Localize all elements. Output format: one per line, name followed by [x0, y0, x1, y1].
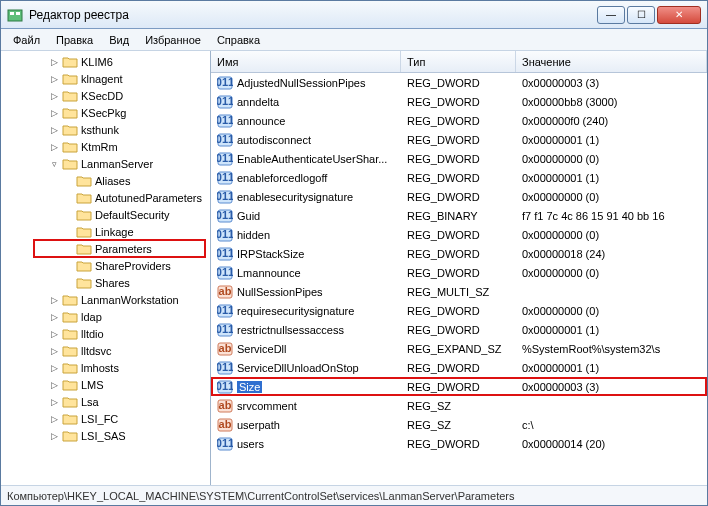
tree-item[interactable]: Aliases	[1, 172, 210, 189]
tree-item[interactable]: ▷KtmRm	[1, 138, 210, 155]
value-row[interactable]: GuidREG_BINARYf7 f1 7c 4c 86 15 91 40 bb…	[211, 206, 707, 225]
cell-name: enableforcedlogoff	[211, 170, 401, 186]
column-name[interactable]: Имя	[211, 51, 401, 72]
tree-item[interactable]: ▷KSecDD	[1, 87, 210, 104]
menu-item[interactable]: Файл	[5, 29, 48, 50]
maximize-button[interactable]: ☐	[627, 6, 655, 24]
toggle-placeholder	[63, 243, 74, 254]
expand-icon[interactable]: ▷	[49, 107, 60, 118]
expand-icon[interactable]: ▷	[49, 328, 60, 339]
value-name: ServiceDllUnloadOnStop	[237, 362, 359, 374]
value-row[interactable]: enablesecuritysignatureREG_DWORD0x000000…	[211, 187, 707, 206]
expand-icon[interactable]: ▷	[49, 362, 60, 373]
menu-item[interactable]: Вид	[101, 29, 137, 50]
value-row[interactable]: enableforcedlogoffREG_DWORD0x00000001 (1…	[211, 168, 707, 187]
cell-name: announce	[211, 113, 401, 129]
value-row[interactable]: AdjustedNullSessionPipesREG_DWORD0x00000…	[211, 73, 707, 92]
value-row[interactable]: announceREG_DWORD0x000000f0 (240)	[211, 111, 707, 130]
tree-item[interactable]: ShareProviders	[1, 257, 210, 274]
tree-item[interactable]: ▷klnagent	[1, 70, 210, 87]
expand-icon[interactable]: ▷	[49, 141, 60, 152]
tree-item[interactable]: ▷lmhosts	[1, 359, 210, 376]
tree-item[interactable]: ▷lltdio	[1, 325, 210, 342]
value-row[interactable]: hiddenREG_DWORD0x00000000 (0)	[211, 225, 707, 244]
tree-item[interactable]: AutotunedParameters	[1, 189, 210, 206]
cell-type: REG_DWORD	[401, 229, 516, 241]
cell-data: 0x00000000 (0)	[516, 229, 707, 241]
folder-icon	[76, 191, 92, 204]
tree-item[interactable]: ▷KLIM6	[1, 53, 210, 70]
value-row[interactable]: NullSessionPipesREG_MULTI_SZ	[211, 282, 707, 301]
tree-item-label: DefaultSecurity	[95, 209, 170, 221]
value-row[interactable]: LmannounceREG_DWORD0x00000000 (0)	[211, 263, 707, 282]
tree-panel[interactable]: ▷KLIM6▷klnagent▷KSecDD▷KSecPkg▷ksthunk▷K…	[1, 51, 211, 485]
folder-icon	[62, 361, 78, 374]
cell-name: enablesecuritysignature	[211, 189, 401, 205]
folder-icon	[62, 157, 78, 170]
column-type[interactable]: Тип	[401, 51, 516, 72]
list-body[interactable]: AdjustedNullSessionPipesREG_DWORD0x00000…	[211, 73, 707, 485]
tree-item[interactable]: Linkage	[1, 223, 210, 240]
value-row[interactable]: ServiceDllREG_EXPAND_SZ%SystemRoot%\syst…	[211, 339, 707, 358]
value-row[interactable]: requiresecuritysignatureREG_DWORD0x00000…	[211, 301, 707, 320]
expand-icon[interactable]: ▷	[49, 311, 60, 322]
tree-item-label: ldap	[81, 311, 102, 323]
menu-item[interactable]: Правка	[48, 29, 101, 50]
tree-item[interactable]: ▷Lsa	[1, 393, 210, 410]
tree-item[interactable]: Parameters	[1, 240, 210, 257]
expand-icon[interactable]: ▷	[49, 90, 60, 101]
tree-item[interactable]: ▷LSI_SAS	[1, 427, 210, 444]
folder-icon	[62, 429, 78, 442]
tree-item[interactable]: ▷ksthunk	[1, 121, 210, 138]
window-title: Редактор реестра	[29, 8, 597, 22]
value-row[interactable]: EnableAuthenticateUserShar...REG_DWORD0x…	[211, 149, 707, 168]
dword-value-icon	[217, 379, 233, 395]
folder-icon	[62, 293, 78, 306]
list-panel: Имя Тип Значение AdjustedNullSessionPipe…	[211, 51, 707, 485]
close-button[interactable]: ✕	[657, 6, 701, 24]
minimize-button[interactable]: —	[597, 6, 625, 24]
tree-item[interactable]: ▷LMS	[1, 376, 210, 393]
tree-item[interactable]: ▷ldap	[1, 308, 210, 325]
expand-icon[interactable]: ▷	[49, 396, 60, 407]
expand-icon[interactable]: ▷	[49, 294, 60, 305]
value-name: announce	[237, 115, 285, 127]
toggle-placeholder	[63, 226, 74, 237]
collapse-icon[interactable]: ▿	[49, 158, 60, 169]
value-row[interactable]: srvcommentREG_SZ	[211, 396, 707, 415]
app-icon	[7, 7, 23, 23]
tree-item[interactable]: ▷lltdsvc	[1, 342, 210, 359]
menu-item[interactable]: Избранное	[137, 29, 209, 50]
tree-item-label: lltdsvc	[81, 345, 112, 357]
value-row[interactable]: SizeREG_DWORD0x00000003 (3)	[211, 377, 707, 396]
expand-icon[interactable]: ▷	[49, 124, 60, 135]
tree-item[interactable]: Shares	[1, 274, 210, 291]
value-row[interactable]: anndeltaREG_DWORD0x00000bb8 (3000)	[211, 92, 707, 111]
value-row[interactable]: ServiceDllUnloadOnStopREG_DWORD0x0000000…	[211, 358, 707, 377]
tree-item[interactable]: DefaultSecurity	[1, 206, 210, 223]
menu-item[interactable]: Справка	[209, 29, 268, 50]
dword-value-icon	[217, 113, 233, 129]
dword-value-icon	[217, 436, 233, 452]
cell-name: users	[211, 436, 401, 452]
expand-icon[interactable]: ▷	[49, 379, 60, 390]
expand-icon[interactable]: ▷	[49, 73, 60, 84]
value-row[interactable]: autodisconnectREG_DWORD0x00000001 (1)	[211, 130, 707, 149]
cell-type: REG_DWORD	[401, 153, 516, 165]
tree-item[interactable]: ▷LSI_FC	[1, 410, 210, 427]
tree-item[interactable]: ▷KSecPkg	[1, 104, 210, 121]
tree-item[interactable]: ▿LanmanServer	[1, 155, 210, 172]
expand-icon[interactable]: ▷	[49, 430, 60, 441]
folder-icon	[62, 395, 78, 408]
value-row[interactable]: IRPStackSizeREG_DWORD0x00000018 (24)	[211, 244, 707, 263]
tree-item-label: LSI_SAS	[81, 430, 126, 442]
column-data[interactable]: Значение	[516, 51, 707, 72]
tree-item[interactable]: ▷LanmanWorkstation	[1, 291, 210, 308]
value-row[interactable]: usersREG_DWORD0x00000014 (20)	[211, 434, 707, 453]
value-row[interactable]: userpathREG_SZc:\	[211, 415, 707, 434]
dword-value-icon	[217, 246, 233, 262]
expand-icon[interactable]: ▷	[49, 345, 60, 356]
expand-icon[interactable]: ▷	[49, 56, 60, 67]
value-row[interactable]: restrictnullsessaccessREG_DWORD0x0000000…	[211, 320, 707, 339]
expand-icon[interactable]: ▷	[49, 413, 60, 424]
